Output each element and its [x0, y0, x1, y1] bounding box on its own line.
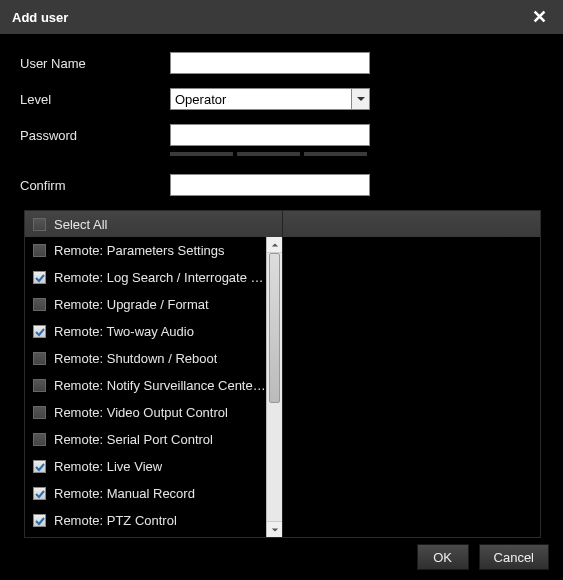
scroll-up-icon[interactable]: [267, 237, 282, 253]
permission-item[interactable]: Remote: Shutdown / Reboot: [25, 345, 266, 372]
confirm-label: Confirm: [20, 178, 170, 193]
permission-label: Remote: Video Output Control: [54, 405, 228, 420]
permission-item[interactable]: Remote: Playback: [25, 534, 266, 537]
level-select[interactable]: Operator: [170, 88, 370, 110]
level-label: Level: [20, 92, 170, 107]
row-level: Level Operator: [20, 88, 543, 110]
username-label: User Name: [20, 56, 170, 71]
permission-checkbox[interactable]: [33, 514, 46, 527]
permissions-panel: Select All Remote: Parameters SettingsRe…: [24, 210, 541, 538]
titlebar: Add user ✕: [0, 0, 563, 34]
permission-item[interactable]: Remote: Upgrade / Format: [25, 291, 266, 318]
strength-seg: [170, 152, 233, 156]
permission-label: Remote: Two-way Audio: [54, 324, 194, 339]
permission-checkbox[interactable]: [33, 244, 46, 257]
permission-item[interactable]: Remote: Log Search / Interrogate Wor...: [25, 264, 266, 291]
permission-item[interactable]: Remote: PTZ Control: [25, 507, 266, 534]
strength-seg: [237, 152, 300, 156]
permissions-detail-pane: [283, 237, 540, 537]
scroll-track[interactable]: [267, 253, 282, 521]
close-icon[interactable]: ✕: [528, 6, 551, 28]
select-all-checkbox[interactable]: [33, 218, 46, 231]
cancel-button[interactable]: Cancel: [479, 544, 549, 570]
ok-button[interactable]: OK: [417, 544, 469, 570]
permission-checkbox[interactable]: [33, 298, 46, 311]
permissions-body: Remote: Parameters SettingsRemote: Log S…: [25, 237, 540, 537]
row-confirm: Confirm: [20, 174, 543, 196]
row-password: Password: [20, 124, 543, 146]
chevron-down-icon[interactable]: [351, 89, 369, 109]
level-value: Operator: [171, 92, 351, 107]
permission-item[interactable]: Remote: Manual Record: [25, 480, 266, 507]
password-label: Password: [20, 128, 170, 143]
permission-label: Remote: Serial Port Control: [54, 432, 213, 447]
permission-item[interactable]: Remote: Parameters Settings: [25, 237, 266, 264]
permission-checkbox[interactable]: [33, 487, 46, 500]
permission-checkbox[interactable]: [33, 271, 46, 284]
password-strength-meter: [170, 152, 543, 156]
add-user-dialog: Add user ✕ User Name Level Operator Pass…: [0, 0, 563, 580]
permission-label: Remote: PTZ Control: [54, 513, 177, 528]
permissions-header: Select All: [25, 211, 540, 237]
permission-label: Remote: Notify Surveillance Center /...: [54, 378, 266, 393]
permissions-header-right: [283, 211, 540, 237]
strength-seg: [304, 152, 367, 156]
permissions-list: Remote: Parameters SettingsRemote: Log S…: [25, 237, 283, 537]
password-input[interactable]: [170, 124, 370, 146]
permission-checkbox[interactable]: [33, 325, 46, 338]
permission-checkbox[interactable]: [33, 433, 46, 446]
dialog-title: Add user: [12, 10, 528, 25]
permission-label: Remote: Upgrade / Format: [54, 297, 209, 312]
permission-label: Remote: Manual Record: [54, 486, 195, 501]
permission-checkbox[interactable]: [33, 379, 46, 392]
permission-checkbox[interactable]: [33, 460, 46, 473]
select-all-label: Select All: [54, 217, 107, 232]
permission-item[interactable]: Remote: Live View: [25, 453, 266, 480]
select-all-cell[interactable]: Select All: [25, 211, 283, 237]
scroll-thumb[interactable]: [269, 253, 280, 403]
username-input[interactable]: [170, 52, 370, 74]
permission-label: Remote: Live View: [54, 459, 162, 474]
permissions-scrollbar[interactable]: [266, 237, 282, 537]
permission-checkbox[interactable]: [33, 406, 46, 419]
permission-label: Remote: Parameters Settings: [54, 243, 225, 258]
dialog-footer: OK Cancel: [417, 544, 549, 570]
dialog-body: User Name Level Operator Password Confir…: [0, 34, 563, 538]
confirm-input[interactable]: [170, 174, 370, 196]
permission-item[interactable]: Remote: Serial Port Control: [25, 426, 266, 453]
permission-checkbox[interactable]: [33, 352, 46, 365]
permission-label: Remote: Shutdown / Reboot: [54, 351, 217, 366]
scroll-down-icon[interactable]: [267, 521, 282, 537]
permission-item[interactable]: Remote: Notify Surveillance Center /...: [25, 372, 266, 399]
permission-label: Remote: Log Search / Interrogate Wor...: [54, 270, 266, 285]
permission-item[interactable]: Remote: Video Output Control: [25, 399, 266, 426]
row-username: User Name: [20, 52, 543, 74]
permission-item[interactable]: Remote: Two-way Audio: [25, 318, 266, 345]
